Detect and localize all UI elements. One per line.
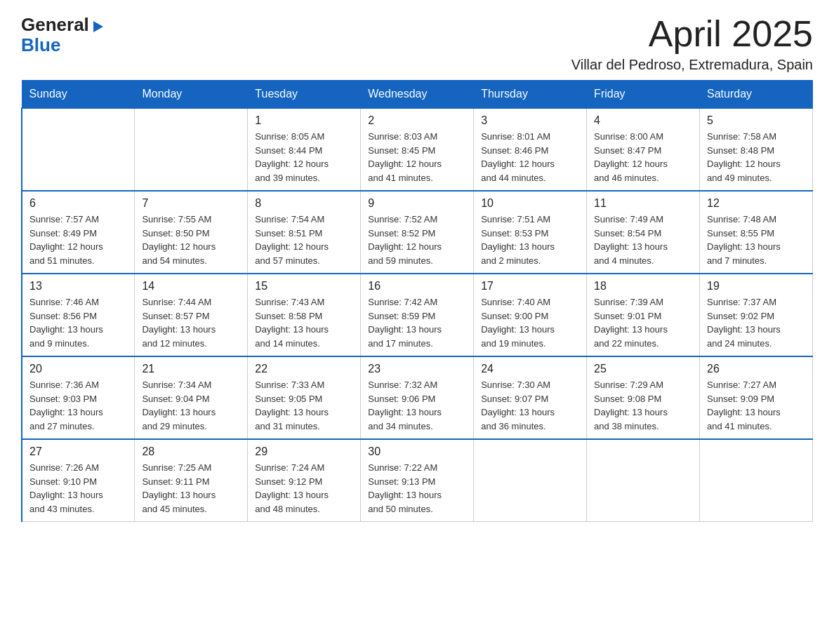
day-number: 11 bbox=[594, 197, 692, 210]
calendar-cell: 21Sunrise: 7:34 AM Sunset: 9:04 PM Dayli… bbox=[135, 356, 248, 439]
logo: General Blue bbox=[21, 14, 106, 54]
day-number: 8 bbox=[255, 197, 353, 210]
calendar-cell: 30Sunrise: 7:22 AM Sunset: 9:13 PM Dayli… bbox=[361, 439, 474, 522]
day-info: Sunrise: 7:39 AM Sunset: 9:01 PM Dayligh… bbox=[594, 295, 692, 350]
calendar-cell: 29Sunrise: 7:24 AM Sunset: 9:12 PM Dayli… bbox=[248, 439, 361, 522]
weekday-header: Tuesday bbox=[248, 81, 361, 109]
day-info: Sunrise: 7:52 AM Sunset: 8:52 PM Dayligh… bbox=[368, 213, 466, 267]
day-info: Sunrise: 7:46 AM Sunset: 8:56 PM Dayligh… bbox=[29, 295, 127, 350]
calendar-week-row: 13Sunrise: 7:46 AM Sunset: 8:56 PM Dayli… bbox=[22, 274, 813, 356]
calendar-cell: 17Sunrise: 7:40 AM Sunset: 9:00 PM Dayli… bbox=[474, 274, 587, 356]
calendar-cell bbox=[474, 439, 587, 522]
day-info: Sunrise: 7:29 AM Sunset: 9:08 PM Dayligh… bbox=[594, 378, 692, 433]
calendar-cell: 9Sunrise: 7:52 AM Sunset: 8:52 PM Daylig… bbox=[361, 191, 474, 274]
calendar-cell: 26Sunrise: 7:27 AM Sunset: 9:09 PM Dayli… bbox=[700, 356, 813, 439]
day-number: 23 bbox=[368, 363, 466, 375]
logo-line1: General bbox=[21, 14, 106, 36]
subtitle: Villar del Pedroso, Extremadura, Spain bbox=[571, 57, 813, 73]
day-number: 25 bbox=[594, 363, 692, 375]
day-info: Sunrise: 7:42 AM Sunset: 8:59 PM Dayligh… bbox=[368, 295, 466, 350]
day-info: Sunrise: 7:40 AM Sunset: 9:00 PM Dayligh… bbox=[481, 295, 579, 350]
day-number: 13 bbox=[29, 280, 127, 293]
day-number: 4 bbox=[594, 114, 692, 127]
calendar-cell bbox=[587, 439, 700, 522]
calendar-week-row: 27Sunrise: 7:26 AM Sunset: 9:10 PM Dayli… bbox=[22, 439, 813, 522]
day-info: Sunrise: 7:26 AM Sunset: 9:10 PM Dayligh… bbox=[29, 461, 127, 516]
calendar-cell bbox=[135, 108, 248, 191]
day-number: 7 bbox=[142, 197, 240, 210]
day-number: 20 bbox=[29, 363, 127, 375]
day-number: 9 bbox=[368, 197, 466, 210]
logo-triangle-icon bbox=[91, 18, 106, 34]
calendar-cell: 25Sunrise: 7:29 AM Sunset: 9:08 PM Dayli… bbox=[587, 356, 700, 439]
day-info: Sunrise: 8:01 AM Sunset: 8:46 PM Dayligh… bbox=[481, 130, 579, 185]
day-info: Sunrise: 7:30 AM Sunset: 9:07 PM Dayligh… bbox=[481, 378, 579, 433]
calendar-cell: 3Sunrise: 8:01 AM Sunset: 8:46 PM Daylig… bbox=[474, 108, 587, 191]
day-info: Sunrise: 7:22 AM Sunset: 9:13 PM Dayligh… bbox=[368, 461, 466, 516]
day-number: 3 bbox=[481, 114, 579, 127]
day-number: 6 bbox=[29, 197, 127, 210]
day-number: 14 bbox=[142, 280, 240, 293]
day-number: 18 bbox=[594, 280, 692, 293]
calendar-cell: 13Sunrise: 7:46 AM Sunset: 8:56 PM Dayli… bbox=[22, 274, 135, 356]
day-info: Sunrise: 7:43 AM Sunset: 8:58 PM Dayligh… bbox=[255, 295, 353, 350]
calendar-cell: 18Sunrise: 7:39 AM Sunset: 9:01 PM Dayli… bbox=[587, 274, 700, 356]
calendar-cell: 2Sunrise: 8:03 AM Sunset: 8:45 PM Daylig… bbox=[361, 108, 474, 191]
calendar-cell: 28Sunrise: 7:25 AM Sunset: 9:11 PM Dayli… bbox=[135, 439, 248, 522]
calendar-cell: 8Sunrise: 7:54 AM Sunset: 8:51 PM Daylig… bbox=[248, 191, 361, 274]
day-number: 5 bbox=[707, 114, 805, 127]
day-number: 24 bbox=[481, 363, 579, 375]
day-number: 28 bbox=[142, 445, 240, 458]
weekday-header: Sunday bbox=[22, 81, 135, 109]
day-info: Sunrise: 7:25 AM Sunset: 9:11 PM Dayligh… bbox=[142, 461, 240, 516]
day-number: 27 bbox=[29, 445, 127, 458]
day-info: Sunrise: 7:37 AM Sunset: 9:02 PM Dayligh… bbox=[707, 295, 805, 350]
calendar-week-row: 6Sunrise: 7:57 AM Sunset: 8:49 PM Daylig… bbox=[22, 191, 813, 274]
weekday-header: Thursday bbox=[474, 81, 587, 109]
day-number: 12 bbox=[707, 197, 805, 210]
day-info: Sunrise: 7:36 AM Sunset: 9:03 PM Dayligh… bbox=[29, 378, 127, 433]
calendar-cell bbox=[700, 439, 813, 522]
calendar-cell: 11Sunrise: 7:49 AM Sunset: 8:54 PM Dayli… bbox=[587, 191, 700, 274]
calendar-cell: 1Sunrise: 8:05 AM Sunset: 8:44 PM Daylig… bbox=[248, 108, 361, 191]
svg-marker-0 bbox=[93, 21, 103, 32]
calendar-cell: 23Sunrise: 7:32 AM Sunset: 9:06 PM Dayli… bbox=[361, 356, 474, 439]
weekday-header: Monday bbox=[135, 81, 248, 109]
calendar-header-row: SundayMondayTuesdayWednesdayThursdayFrid… bbox=[22, 81, 813, 109]
day-info: Sunrise: 7:44 AM Sunset: 8:57 PM Dayligh… bbox=[142, 295, 240, 350]
logo-general-text: General bbox=[21, 14, 89, 36]
day-info: Sunrise: 7:58 AM Sunset: 8:48 PM Dayligh… bbox=[707, 130, 805, 185]
weekday-header: Wednesday bbox=[361, 81, 474, 109]
day-number: 1 bbox=[255, 114, 353, 127]
calendar-cell: 5Sunrise: 7:58 AM Sunset: 8:48 PM Daylig… bbox=[700, 108, 813, 191]
weekday-header: Saturday bbox=[700, 81, 813, 109]
day-info: Sunrise: 7:48 AM Sunset: 8:55 PM Dayligh… bbox=[707, 213, 805, 267]
calendar-week-row: 20Sunrise: 7:36 AM Sunset: 9:03 PM Dayli… bbox=[22, 356, 813, 439]
calendar-cell: 7Sunrise: 7:55 AM Sunset: 8:50 PM Daylig… bbox=[135, 191, 248, 274]
day-number: 30 bbox=[368, 445, 466, 458]
title-area: April 2025 Villar del Pedroso, Extremadu… bbox=[571, 14, 813, 73]
day-number: 21 bbox=[142, 363, 240, 375]
calendar-week-row: 1Sunrise: 8:05 AM Sunset: 8:44 PM Daylig… bbox=[22, 108, 813, 191]
day-number: 22 bbox=[255, 363, 353, 375]
day-info: Sunrise: 7:32 AM Sunset: 9:06 PM Dayligh… bbox=[368, 378, 466, 433]
day-info: Sunrise: 7:54 AM Sunset: 8:51 PM Dayligh… bbox=[255, 213, 353, 267]
calendar-cell: 4Sunrise: 8:00 AM Sunset: 8:47 PM Daylig… bbox=[587, 108, 700, 191]
day-info: Sunrise: 7:24 AM Sunset: 9:12 PM Dayligh… bbox=[255, 461, 353, 516]
calendar-table: SundayMondayTuesdayWednesdayThursdayFrid… bbox=[21, 80, 813, 522]
day-number: 2 bbox=[368, 114, 466, 127]
day-info: Sunrise: 8:03 AM Sunset: 8:45 PM Dayligh… bbox=[368, 130, 466, 185]
calendar-cell: 15Sunrise: 7:43 AM Sunset: 8:58 PM Dayli… bbox=[248, 274, 361, 356]
page-header: General Blue April 2025 Villar del Pedro… bbox=[21, 14, 813, 73]
calendar-cell: 14Sunrise: 7:44 AM Sunset: 8:57 PM Dayli… bbox=[135, 274, 248, 356]
calendar-cell bbox=[22, 108, 135, 191]
day-number: 29 bbox=[255, 445, 353, 458]
day-number: 16 bbox=[368, 280, 466, 293]
day-info: Sunrise: 7:57 AM Sunset: 8:49 PM Dayligh… bbox=[29, 213, 127, 267]
day-info: Sunrise: 7:33 AM Sunset: 9:05 PM Dayligh… bbox=[255, 378, 353, 433]
calendar-cell: 22Sunrise: 7:33 AM Sunset: 9:05 PM Dayli… bbox=[248, 356, 361, 439]
calendar-cell: 10Sunrise: 7:51 AM Sunset: 8:53 PM Dayli… bbox=[474, 191, 587, 274]
weekday-header: Friday bbox=[587, 81, 700, 109]
calendar-cell: 12Sunrise: 7:48 AM Sunset: 8:55 PM Dayli… bbox=[700, 191, 813, 274]
day-info: Sunrise: 7:27 AM Sunset: 9:09 PM Dayligh… bbox=[707, 378, 805, 433]
